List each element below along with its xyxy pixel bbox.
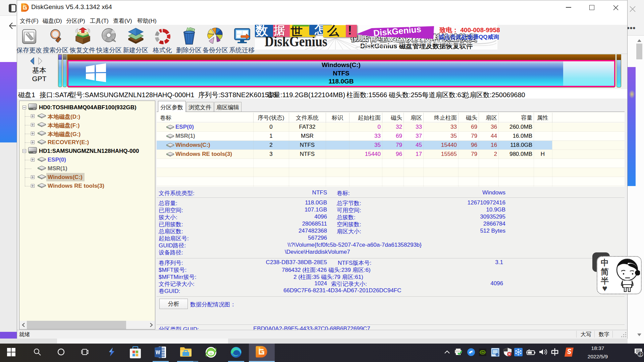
svg-text:2: 2 xyxy=(639,352,641,357)
svg-text:i: i xyxy=(497,354,497,356)
